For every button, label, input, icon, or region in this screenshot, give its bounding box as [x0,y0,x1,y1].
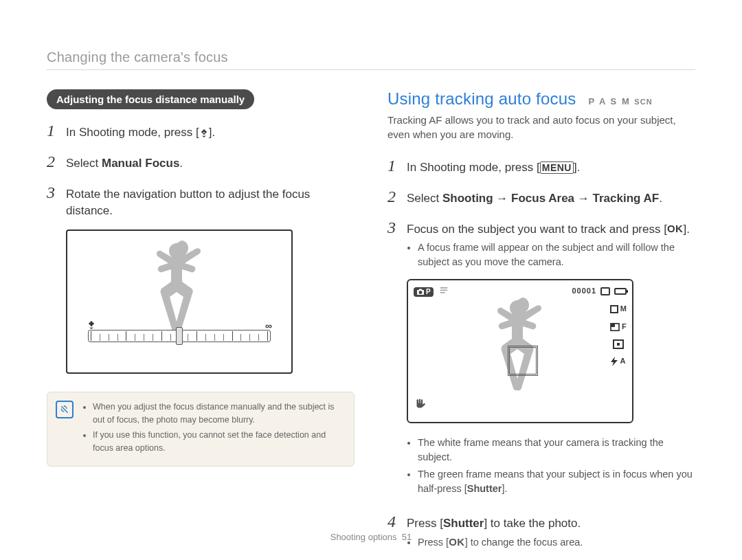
image-quality-icon: F [610,322,627,333]
step-body: Select Manual Focus. [66,155,355,172]
battery-icon [614,288,627,295]
step-text: . [659,192,662,205]
flash-auto-icon: A [611,356,625,367]
step-bold: Manual Focus [102,157,179,170]
svg-rect-1 [611,324,615,327]
step-text: ]. [574,161,580,174]
focus-distance-slider: ∞ [88,323,271,349]
slider-handle [176,327,183,345]
note-info-icon [56,401,74,418]
hud-top-right: 00001 [572,286,627,297]
hud-small-icon [439,286,449,298]
step-body: Focus on the subject you want to track a… [407,221,695,504]
two-column-layout: Adjusting the focus distance manually 1 … [47,89,695,560]
step-3: 3 Focus on the subject you want to track… [387,216,695,504]
tracking-focus-frame [508,346,538,376]
step-body: In Shooting mode, press []. [66,124,355,142]
step-number: 2 [387,185,398,209]
step-bold: Focus Area [511,192,574,205]
mode-a: A [599,96,607,107]
bullet-bold: Shutter [467,483,502,494]
step-body: In Shooting mode, press [MENU]. [407,159,695,177]
footer-section: Shooting options [330,532,397,542]
mode-m: M [622,96,631,107]
step-text: In Shooting mode, press [ [66,126,199,139]
image-stabilization-icon [414,398,426,416]
mode-p: P [588,96,595,107]
subheading-pill: Adjusting the focus distance manually [47,89,254,109]
ok-button-icon: OK [667,221,684,236]
metering-icon [613,339,624,349]
step-number: 3 [387,216,398,240]
camera-screen-mockup: P 00001 [407,279,633,423]
macro-flower-icon [87,320,96,330]
bullet-text: ]. [502,483,507,494]
step-number: 1 [387,154,398,178]
step-bold: Shutter [443,517,484,530]
footer-page-number: 51 [402,532,412,542]
macro-flower-icon [199,128,209,138]
left-steps: 1 In Shooting mode, press []. 2 Select M… [47,119,355,220]
post-figure-bullets: The white frame means that your camera i… [418,436,695,496]
step-number: 3 [47,181,58,205]
note-item: When you adjust the focus distance manua… [93,401,344,427]
section-heading: Using tracking auto focus P A S M SCN [387,89,695,109]
note-item: If you use this function, you cannot set… [93,429,344,455]
step-number: 2 [47,150,58,174]
step-body: Select Shooting → Focus Area → Tracking … [407,190,695,208]
step-bold: Shooting [442,192,493,205]
svg-rect-3 [617,343,620,346]
infinity-icon: ∞ [265,320,272,331]
quality-icon [600,287,610,295]
manual-focus-figure: ∞ [66,229,355,374]
sub-bullet: The white frame means that your camera i… [418,436,695,464]
step-body: Rotate the navigation button to adjust t… [66,186,355,220]
note-callout: When you adjust the focus distance manua… [47,392,355,467]
arrow-icon: → [574,192,592,205]
section-intro: Tracking AF allows you to track and auto… [387,113,695,142]
mode-s: S [611,96,618,107]
sub-bullet: A focus frame will appear on the subject… [418,240,695,269]
step-text: . [179,157,183,170]
mode-scn: SCN [634,98,652,106]
arrow-icon: → [493,192,511,205]
hud-right-stack: M F A [610,304,627,367]
step-number: 4 [387,510,398,534]
camera-mode-icon: P [414,287,434,297]
step-1: 1 In Shooting mode, press []. [47,119,355,143]
step-2: 2 Select Shooting → Focus Area → Trackin… [387,185,695,209]
step-3: 3 Rotate the navigation button to adjust… [47,181,355,220]
step-number: 1 [47,119,58,143]
bullet-text: The green frame means that your subject … [418,469,693,494]
header-divider [47,69,695,70]
right-column: Using tracking auto focus P A S M SCN Tr… [387,89,695,560]
image-size-icon: M [610,304,627,315]
step-1: 1 In Shooting mode, press [MENU]. [387,154,695,178]
shot-counter: 00001 [572,286,596,297]
page-section-title: Changing the camera's focus [47,49,695,65]
mode-badges: P A S M SCN [588,96,652,107]
heading-text: Using tracking auto focus [387,89,576,109]
menu-button-icon: MENU [540,161,574,174]
left-column: Adjusting the focus distance manually 1 … [47,89,355,560]
step-text: ]. [683,223,689,236]
sub-bullets: A focus frame will appear on the subject… [418,240,695,269]
manual-page: Changing the camera's focus Adjusting th… [0,0,742,560]
step-2: 2 Select Manual Focus. [47,150,355,174]
step-text: Focus on the subject you want to track a… [407,223,667,236]
step-text: ]. [209,126,215,139]
page-footer: Shooting options 51 [0,532,742,542]
note-list: When you adjust the focus distance manua… [83,401,344,455]
step-text: Select [407,192,442,205]
step-text: ] to take the photo. [484,517,581,530]
camera-screen-mockup: ∞ [66,229,293,374]
tracking-af-figure: P 00001 [407,279,695,423]
hud-top-left: P [414,286,449,298]
sub-bullet: The green frame means that your subject … [418,467,695,496]
step-text: Select [66,157,102,170]
step-text: In Shooting mode, press [ [407,161,540,174]
step-text: Press [ [407,517,443,530]
right-steps: 1 In Shooting mode, press [MENU]. 2 Sele… [387,154,695,557]
step-bold: Tracking AF [593,192,660,205]
